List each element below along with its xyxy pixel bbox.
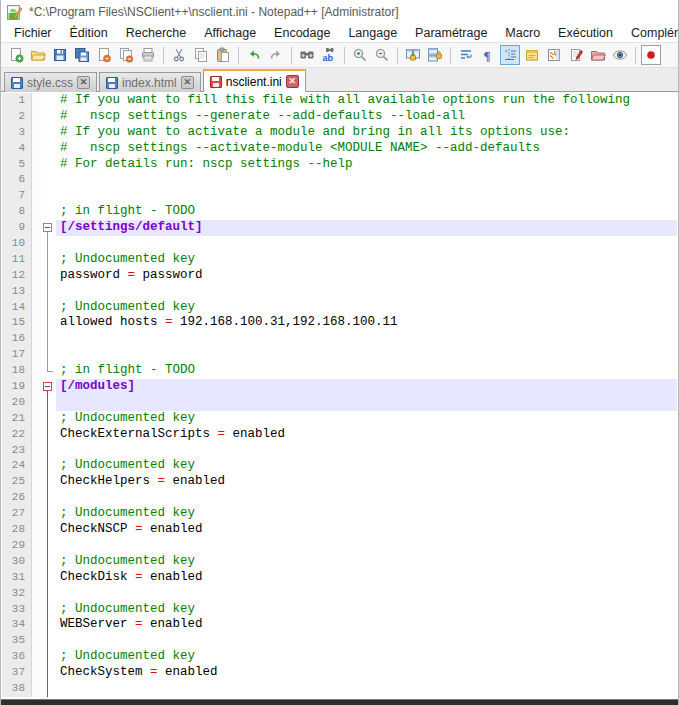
tab-style-css[interactable]: style.css✕ — [4, 72, 97, 92]
bookmark-margin[interactable] — [32, 458, 41, 474]
editor-line[interactable]: 8; in flight - TODO — [2, 204, 677, 220]
fold-collapse-icon[interactable] — [43, 382, 52, 391]
record-macro-button[interactable] — [641, 45, 661, 65]
fold-margin[interactable] — [41, 284, 56, 300]
bookmark-margin[interactable] — [32, 427, 41, 443]
bookmark-margin[interactable] — [32, 443, 41, 459]
editor-line[interactable]: 37CheckSystem = enabled — [2, 665, 677, 681]
bookmark-margin[interactable] — [32, 395, 41, 411]
fold-margin[interactable] — [41, 602, 56, 618]
bookmark-margin[interactable] — [32, 522, 41, 538]
save-all-button[interactable] — [72, 45, 92, 65]
cut-button[interactable] — [169, 45, 189, 65]
editor-line[interactable]: 30; Undocumented key — [2, 554, 677, 570]
fold-margin[interactable] — [41, 347, 56, 363]
bookmark-margin[interactable] — [32, 125, 41, 141]
menu-edition[interactable]: Édition — [61, 25, 117, 41]
fold-margin[interactable] — [41, 490, 56, 506]
menu-complements[interactable]: Compléments — [622, 25, 679, 41]
sync-scroll-vertical-button[interactable] — [403, 45, 423, 65]
editor-pane[interactable]: 1# If you want to fill this file with al… — [2, 93, 677, 699]
fold-margin[interactable] — [41, 252, 56, 268]
close-button[interactable] — [94, 45, 114, 65]
editor-line[interactable]: 25CheckHelpers = enabled — [2, 474, 677, 490]
bookmark-margin[interactable] — [32, 220, 41, 236]
editor-line[interactable]: 1# If you want to fill this file with al… — [2, 93, 677, 109]
bookmark-margin[interactable] — [32, 554, 41, 570]
fold-margin[interactable] — [41, 427, 56, 443]
bookmark-margin[interactable] — [32, 570, 41, 586]
bookmark-margin[interactable] — [32, 617, 41, 633]
editor-line[interactable]: 34WEBServer = enabled — [2, 617, 677, 633]
bookmark-margin[interactable] — [32, 602, 41, 618]
bookmark-margin[interactable] — [32, 681, 41, 697]
fold-margin[interactable] — [41, 474, 56, 490]
fold-margin[interactable] — [41, 141, 56, 157]
bookmark-margin[interactable] — [32, 363, 41, 379]
fold-margin[interactable] — [41, 188, 56, 204]
tab-nsclient-ini[interactable]: nsclient.ini✕ — [203, 69, 306, 92]
fold-margin[interactable] — [41, 570, 56, 586]
fold-margin[interactable] — [41, 363, 56, 379]
copy-button[interactable] — [191, 45, 211, 65]
bookmark-margin[interactable] — [32, 268, 41, 284]
fold-margin[interactable] — [41, 125, 56, 141]
editor-line[interactable]: 4# nscp settings --activate-module <MODU… — [2, 141, 677, 157]
fold-margin[interactable] — [41, 443, 56, 459]
monitoring-button[interactable] — [610, 45, 630, 65]
close-all-button[interactable] — [116, 45, 136, 65]
editor-line[interactable]: 7 — [2, 188, 677, 204]
editor-line[interactable]: 21; Undocumented key — [2, 411, 677, 427]
function-list-button[interactable] — [566, 45, 586, 65]
fold-margin[interactable] — [41, 236, 56, 252]
fold-margin[interactable] — [41, 331, 56, 347]
editor-line[interactable]: 38 — [2, 681, 677, 697]
open-file-button[interactable] — [28, 45, 48, 65]
editor-line[interactable]: 11; Undocumented key — [2, 252, 677, 268]
fold-margin[interactable] — [41, 411, 56, 427]
bookmark-margin[interactable] — [32, 204, 41, 220]
fold-margin[interactable] — [41, 109, 56, 125]
fold-margin[interactable] — [41, 649, 56, 665]
editor-line[interactable]: 28CheckNSCP = enabled — [2, 522, 677, 538]
editor-line[interactable]: 33; Undocumented key — [2, 602, 677, 618]
bookmark-margin[interactable] — [32, 633, 41, 649]
bookmark-margin[interactable] — [32, 172, 41, 188]
editor-line[interactable]: 29 — [2, 538, 677, 554]
bookmark-margin[interactable] — [32, 300, 41, 316]
fold-margin[interactable] — [41, 554, 56, 570]
editor-line[interactable]: 31CheckDisk = enabled — [2, 570, 677, 586]
menu-macro[interactable]: Macro — [496, 25, 549, 41]
indent-guide-button[interactable] — [500, 45, 520, 65]
bookmark-margin[interactable] — [32, 284, 41, 300]
paste-button[interactable] — [213, 45, 233, 65]
editor-line[interactable]: 17 — [2, 347, 677, 363]
tab-index-html[interactable]: index.html✕ — [99, 72, 201, 92]
fold-margin[interactable] — [41, 395, 56, 411]
editor-line[interactable]: 15allowed hosts = 192.168.100.31,192.168… — [2, 315, 677, 331]
find-button[interactable] — [297, 45, 317, 65]
new-file-button[interactable] — [6, 45, 26, 65]
editor-line[interactable]: 27; Undocumented key — [2, 506, 677, 522]
editor-line[interactable]: 24; Undocumented key — [2, 458, 677, 474]
fold-margin[interactable] — [41, 315, 56, 331]
bookmark-margin[interactable] — [32, 538, 41, 554]
user-defined-dialog-button[interactable] — [522, 45, 542, 65]
zoom-in-button[interactable] — [350, 45, 370, 65]
editor-line[interactable]: 6 — [2, 172, 677, 188]
menu-parametrage[interactable]: Paramétrage — [406, 25, 496, 41]
close-tab-icon[interactable]: ✕ — [77, 76, 90, 89]
menu-fichier[interactable]: Fichier — [5, 25, 61, 41]
bookmark-margin[interactable] — [32, 665, 41, 681]
editor-line[interactable]: 26 — [2, 490, 677, 506]
fold-margin[interactable] — [41, 617, 56, 633]
editor-line[interactable]: 13 — [2, 284, 677, 300]
bookmark-margin[interactable] — [32, 188, 41, 204]
bookmark-margin[interactable] — [32, 109, 41, 125]
editor-line[interactable]: 9[/settings/default] — [2, 220, 677, 236]
editor-line[interactable]: 14; Undocumented key — [2, 300, 677, 316]
bookmark-margin[interactable] — [32, 506, 41, 522]
fold-margin[interactable] — [41, 379, 56, 395]
editor-line[interactable]: 35 — [2, 633, 677, 649]
sync-scroll-horizontal-button[interactable] — [425, 45, 445, 65]
